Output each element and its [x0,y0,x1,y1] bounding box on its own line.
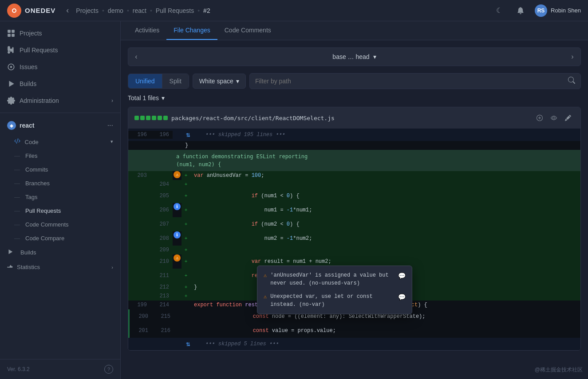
statistics-icon [7,263,13,271]
next-revision-btn[interactable]: › [564,47,580,66]
tab-activities[interactable]: Activities [128,21,166,40]
split-btn[interactable]: Split [162,74,189,88]
issues-icon [7,63,15,71]
tooltip-chat-btn-1[interactable]: 💬 [398,272,406,281]
theme-toggle-btn[interactable]: ☾ [492,4,506,18]
whitespace-arrow-icon: ▾ [236,78,239,85]
tooltip-warning-1: ⚠ 'anUnusedVar' is assigned a value but … [264,271,406,287]
tab-code-comments[interactable]: Code Comments [217,21,278,40]
logo-icon [7,4,21,18]
breadcrumb-demo[interactable]: demo [108,7,123,14]
prev-revision-btn[interactable]: ‹ [128,47,144,66]
tab-bar: Activities File Changes Code Comments [121,21,588,40]
file-changes-content: ‹ base … head ▾ › Unified Split White sp… [121,40,588,379]
code-compare-label: Code Compare [25,235,64,242]
file-diff-header: packages/react-dom/src/client/ReactDOMSe… [128,107,580,129]
code-label: Code [14,138,39,145]
navbar-right: ☾ RS Robin Shen [492,4,581,18]
expand-row-top: 196 196 ⇅ ••• skipped 195 lines ••• [128,129,580,141]
files-label: Files [25,152,37,159]
pr-sub-label: Pull Requests [25,207,61,214]
pull-requests-icon [7,46,15,54]
sidebar-item-builds-repo[interactable]: Builds [0,245,120,260]
context-highlight: a function demonstrating ESLint reportin… [128,150,580,171]
repo-name: react [20,122,104,129]
tooltip-warn-icon-1: ⚠ [264,272,267,280]
watermark: @稀土掘金技术社区 [535,366,583,374]
warning-icon-210: ⚠ [174,254,181,262]
code-diff: 196 196 ⇅ ••• skipped 195 lines ••• } [128,129,580,350]
expand-btn-bottom[interactable]: ⇅ [173,340,204,348]
sidebar-item-issues[interactable]: Issues [0,59,120,75]
diff-line-204: 204 + [128,180,580,189]
sidebar-item-statistics[interactable]: Statistics › [0,260,120,274]
unified-btn[interactable]: Unified [128,74,162,88]
diff-line-206: 206 ℹ + num1 = -1*num1; [128,203,580,217]
file-action-view-btn[interactable] [548,112,560,124]
tab-file-changes[interactable]: File Changes [166,21,217,40]
file-status-dots [134,116,168,120]
svg-point-7 [10,66,12,68]
sidebar-item-pull-requests[interactable]: Pull Requests [0,42,120,59]
builds-repo-label: Builds [20,249,36,256]
sidebar-version: Ver. 6.3.2 ? [0,359,120,379]
builds-repo-icon [7,249,13,256]
search-btn[interactable] [568,77,575,86]
diff-line-203: 203 ⚠ + var anUnusedVar = 100; [128,171,580,180]
filter-input[interactable] [255,78,568,85]
diff-toolbar: Unified Split White space ▾ [128,73,581,89]
revision-label: base … head [332,53,369,60]
revision-bar: ‹ base … head ▾ › [128,47,581,66]
administration-icon [7,97,15,105]
code-section-header[interactable]: Code ▾ [0,134,120,149]
tooltip-text-1: 'anUnusedVar' is assigned a value but ne… [270,271,395,287]
sidebar-issues-label: Issues [20,63,37,70]
sidebar-item-administration[interactable]: Administration › [0,92,120,109]
sidebar: Projects Pull Requests Issues [0,21,121,379]
breadcrumb-pull-requests[interactable]: Pull Requests [156,7,194,14]
expand-btn-top[interactable]: ⇅ [173,130,204,139]
whitespace-btn[interactable]: White space ▾ [193,74,246,89]
sidebar-item-tags[interactable]: — Tags [0,190,120,204]
help-btn[interactable]: ? [104,365,113,374]
sidebar-item-code-compare[interactable]: — Code Compare [0,231,120,245]
sidebar-item-code-comments[interactable]: — Code Comments [0,218,120,231]
notifications-btn[interactable] [513,4,528,18]
sidebar-item-pull-requests-sub[interactable]: — Pull Requests [0,204,120,218]
diff-line-brace: } [128,141,580,150]
statistics-expand-icon: › [111,265,113,270]
user-area[interactable]: RS Robin Shen [535,4,581,17]
tags-label: Tags [25,194,37,200]
sidebar-admin-label: Administration [20,97,59,104]
sidebar-item-commits[interactable]: — Commits [0,163,120,176]
diff-line-201-216: 201 216 const value = props.value; [128,324,580,338]
whitespace-label: White space [199,78,233,85]
revision-selector[interactable]: base … head ▾ [144,53,564,60]
sidebar-item-files[interactable]: — Files [0,149,120,163]
tooltip-warning-2: ⚠ Unexpected var, use let or const inste… [264,293,406,309]
sidebar-item-projects[interactable]: Projects [0,25,120,42]
breadcrumb-pr-number: #2 [203,7,210,14]
sidebar-nav-top: Projects Pull Requests Issues [0,21,120,113]
sidebar-item-branches[interactable]: — Branches [0,176,120,190]
sidebar-item-builds[interactable]: Builds [0,75,120,92]
top-navbar: ONEDEV ‹ Projects • demo • react • Pull … [0,0,588,21]
file-action-edit-btn[interactable] [562,112,574,124]
svg-marker-9 [9,250,13,254]
warning-icon-203: ⚠ [174,171,181,178]
repo-header[interactable]: ◈ react ··· [0,117,120,134]
repo-menu-btn[interactable]: ··· [107,121,113,129]
username: Robin Shen [551,7,581,14]
sidebar-projects-label: Projects [20,30,42,37]
file-path: packages/react-dom/src/client/ReactDOMSe… [171,115,530,121]
logo-area[interactable]: ONEDEV [7,4,55,18]
tooltip-chat-btn-2[interactable]: 💬 [398,293,406,302]
file-action-expand-btn[interactable] [533,112,546,124]
collapse-btn[interactable]: ‹ [66,6,69,15]
app-name: ONEDEV [25,7,55,14]
breadcrumb-react[interactable]: react [133,7,146,14]
svg-point-0 [11,7,18,14]
breadcrumb-projects[interactable]: Projects [76,7,99,14]
revision-dropdown-icon: ▾ [373,53,376,60]
total-files[interactable]: Total 1 files ▾ [128,94,581,102]
